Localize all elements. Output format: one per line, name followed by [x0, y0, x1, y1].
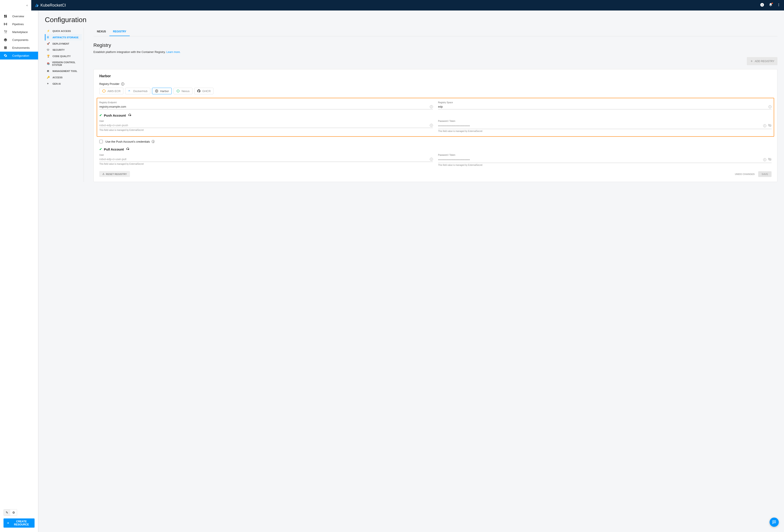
bolt-icon: ⚡	[47, 30, 50, 32]
info-icon[interactable]: i	[760, 3, 764, 8]
notifications-icon[interactable]	[769, 3, 773, 8]
push-password-input[interactable]	[438, 124, 762, 128]
pull-account-header: ✔ Pull Account	[99, 147, 772, 151]
create-resource-label: CREATE RESOURCE	[11, 520, 31, 526]
svg-point-4	[779, 5, 779, 6]
pull-user-label: User	[99, 154, 433, 156]
pipelines-icon	[3, 22, 7, 26]
svg-point-2	[779, 3, 779, 4]
info-icon[interactable]: i	[763, 158, 766, 161]
chat-fab[interactable]	[769, 517, 779, 527]
endpoint-input[interactable]	[99, 105, 428, 108]
brand-text: KubeRocketCI	[40, 3, 66, 8]
shield-icon: 🛡	[47, 49, 50, 51]
check-icon: ✔	[99, 113, 102, 117]
provider-nexus[interactable]: Nexus	[173, 88, 193, 94]
push-password-label: Password / Token	[438, 120, 772, 122]
svg-rect-9	[4, 23, 5, 25]
config-nav-management-tool[interactable]: 🛠MANAGEMENT TOOL	[45, 68, 82, 74]
page-title: Configuration	[45, 16, 778, 24]
svg-point-12	[5, 33, 5, 33]
trophy-icon: 🏆	[47, 55, 50, 58]
cloud-lock-icon	[126, 147, 130, 151]
config-nav-deployment[interactable]: 🚀DEPLOYMENT	[45, 40, 82, 47]
plus-icon: ＋	[6, 521, 10, 525]
logo-icon	[35, 3, 39, 7]
info-icon[interactable]: i	[768, 105, 772, 108]
svg-rect-7	[6, 16, 7, 18]
provider-ghcr[interactable]: GHCR	[194, 88, 214, 94]
info-icon[interactable]: i	[763, 124, 766, 127]
tab-nexus[interactable]: NEXUS	[93, 28, 109, 36]
sidebar-item-configuration[interactable]: Configuration	[0, 52, 38, 59]
save-button: SAVE	[758, 171, 772, 177]
notification-dot	[772, 3, 773, 4]
use-push-credentials-checkbox[interactable]	[99, 140, 103, 143]
svg-rect-15	[4, 48, 7, 48]
sidebar-label: Environments	[12, 46, 30, 50]
config-nav-security[interactable]: 🛡SECURITY	[45, 47, 82, 53]
push-account-header: ✔ Push Account	[99, 113, 772, 117]
sidebar-label: Configuration	[12, 54, 29, 57]
sidebar-item-overview[interactable]: Overview	[0, 12, 38, 20]
layers-icon	[3, 38, 7, 42]
space-input[interactable]	[438, 105, 767, 108]
eye-off-icon[interactable]	[768, 123, 772, 128]
learn-more-link[interactable]: Learn more.	[166, 51, 181, 54]
stack-icon	[3, 46, 7, 50]
add-registry-button: ＋ ADD REGISTRY	[747, 57, 778, 65]
svg-point-13	[6, 33, 6, 33]
topbar: ‹ KubeRocketCI i	[0, 0, 784, 10]
pull-user-input[interactable]	[99, 158, 428, 161]
info-icon[interactable]: i	[430, 158, 433, 161]
more-icon[interactable]	[777, 3, 781, 7]
config-nav-artifacts-storage[interactable]: ☰ARTIFACTS STORAGE	[45, 34, 82, 40]
docker-icon	[128, 89, 132, 93]
push-user-input[interactable]	[99, 123, 428, 127]
pull-password-input[interactable]	[438, 158, 762, 162]
collapse-sidebar-icon[interactable]: ‹	[26, 3, 28, 7]
config-nav-access[interactable]: 🔑ACCESS	[45, 74, 82, 81]
pull-password-label: Password / Token	[438, 154, 772, 156]
sidebar-item-marketplace[interactable]: Marketplace	[0, 28, 38, 36]
svg-rect-11	[5, 24, 6, 25]
tab-registry[interactable]: REGISTRY	[109, 28, 130, 36]
rocket-icon: 🚀	[47, 42, 50, 45]
ai-icon: ✦	[47, 82, 50, 85]
section-description: Establish platform integration with the …	[93, 50, 778, 54]
sidebar-item-pipelines[interactable]: Pipelines	[0, 20, 38, 28]
pencil-icon[interactable]: ✎	[4, 509, 10, 515]
svg-rect-14	[4, 47, 7, 47]
tool-toggle[interactable]: ✎ ⚙	[3, 509, 17, 516]
provider-aws-ecr[interactable]: AWS ECR	[99, 88, 123, 94]
eye-off-icon[interactable]	[768, 158, 772, 162]
check-icon: ✔	[99, 147, 102, 151]
pull-password-helper: This field value is managed by ExternalS…	[438, 164, 772, 166]
create-resource-button[interactable]: ＋ CREATE RESOURCE	[3, 519, 34, 528]
svg-rect-10	[6, 23, 7, 25]
sidebar-label: Components	[12, 38, 28, 41]
config-nav-gen-ai[interactable]: ✦GEN AI	[45, 81, 82, 87]
push-user-label: User	[99, 120, 433, 122]
config-nav-code-quality[interactable]: 🏆CODE QUALITY	[45, 53, 82, 59]
provider-dockerhub[interactable]: DockerHub	[125, 88, 150, 94]
config-nav-quick-access[interactable]: ⚡QUICK ACCESS	[45, 28, 82, 34]
provider-harbor[interactable]: Harbor	[152, 88, 172, 94]
svg-rect-8	[4, 17, 5, 18]
gear-icon	[3, 54, 7, 58]
svg-rect-21	[129, 90, 130, 90]
settings-icon[interactable]: ⚙	[10, 509, 17, 515]
vcs-icon: 📚	[47, 62, 50, 65]
provider-label: Registry Provider i	[99, 82, 772, 86]
info-icon[interactable]: i	[430, 105, 433, 108]
sidebar-item-components[interactable]: Components	[0, 36, 38, 44]
info-icon[interactable]: i	[430, 124, 433, 127]
key-icon: 🔑	[47, 76, 50, 79]
sidebar-item-environments[interactable]: Environments	[0, 44, 38, 52]
tools-icon: 🛠	[47, 70, 50, 73]
sidebar-label: Pipelines	[12, 23, 24, 26]
info-icon[interactable]: i	[151, 140, 155, 143]
aws-icon	[102, 89, 106, 93]
config-nav-vcs[interactable]: 📚VERSION CONTROL SYSTEM	[45, 59, 82, 68]
info-icon[interactable]: i	[121, 82, 124, 86]
